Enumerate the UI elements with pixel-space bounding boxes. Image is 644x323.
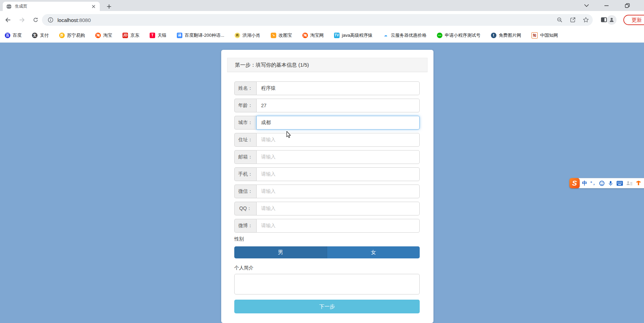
bookmark-item-honghu[interactable]: 肖 洪湖小肖 [235,32,260,38]
share-button[interactable] [570,17,576,23]
phone-input[interactable]: 请输入 [256,167,420,181]
address-placeholder: 请输入 [261,137,276,143]
reload-button[interactable] [32,16,40,24]
bookmark-item-baidu[interactable]: 百 百度 [5,32,22,38]
form-field-row: 年龄： 27 [234,99,420,112]
bookmark-item-gaitubao[interactable]: ↘ 改图宝 [271,32,292,38]
name-label: 姓名： [234,81,256,95]
age-label: 年龄： [234,99,256,112]
bookmark-item-fanyi[interactable]: 译 百度翻译-200种语... [177,32,224,38]
form-fields: 姓名： 程序猿 年龄： 27 城市： 成都 住址： 请输入 邮箱： 请输入 手机… [221,72,433,233]
form-field-row: 城市： 成都 [234,116,420,130]
email-input[interactable]: 请输入 [256,150,420,164]
bookmark-item-taobaowang[interactable]: 淘 淘宝网 [302,32,324,38]
ime-mic-icon[interactable] [608,180,613,186]
window-restore-button[interactable] [619,0,635,11]
wechat-favicon-icon: ⋯ [437,33,442,38]
browser-tab[interactable]: 生成页 [3,2,100,11]
ime-emoji-icon[interactable] [599,180,605,186]
url-text: localhost:8080 [57,17,91,23]
bookmark-item-zhifu[interactable]: 支 支付 [32,32,49,38]
intro-label: 个人简介 [234,265,420,271]
ime-userdict-icon[interactable] [626,180,633,186]
weibo-input[interactable]: 请输入 [256,219,420,233]
bookmark-item-cnki[interactable]: 知 中国知网 [532,32,558,38]
taobao-favicon-icon: 淘 [302,33,308,38]
bookmark-star-button[interactable] [583,17,589,23]
page-viewport: 第一步：填写你的基本信息 (1/5) 姓名： 程序猿 年龄： 27 城市： 成都… [0,43,644,323]
new-tab-button[interactable] [105,3,113,10]
age-input[interactable]: 27 [256,99,420,112]
ime-bar: 中 °， [579,178,644,188]
bookmark-item-tmall[interactable]: T 天猫 [150,32,167,38]
name-input[interactable]: 程序猿 [256,81,420,95]
bookmark-item-suning[interactable]: 苏 苏宁易购 [59,32,85,38]
gender-male-button[interactable]: 男 [234,246,327,258]
wechat-label: 微信： [234,185,256,198]
forward-arrow-icon [19,17,25,23]
form-field-row: 微博： 请输入 [234,219,420,233]
translate-favicon-icon: 译 [177,33,182,38]
gender-female-button[interactable]: 女 [327,246,420,258]
bookmark-item-taobao[interactable]: 淘 淘宝 [95,32,112,38]
email-label: 邮箱： [234,150,256,164]
ime-punctuation-toggle[interactable]: °， [590,180,596,186]
back-button[interactable] [3,16,12,24]
ime-skin-icon[interactable] [636,180,641,186]
honghu-favicon-icon: 肖 [235,33,240,38]
email-placeholder: 请输入 [261,154,276,160]
city-input[interactable]: 成都 [256,116,420,130]
bookmark-item-cloud[interactable]: ☁ 云服务器优惠价格 [383,32,427,38]
bookmark-item-java[interactable]: TV java高级程序猿 [334,32,373,38]
address-input[interactable]: 请输入 [256,133,420,147]
gender-button-group: 男 女 [234,246,420,258]
form-field-row: QQ： 请输入 [234,202,420,215]
forward-button[interactable] [18,16,26,24]
qq-input[interactable]: 请输入 [256,202,420,215]
restore-icon [625,3,630,8]
tmall-favicon-icon: T [150,33,155,38]
form-field-row: 住址： 请输入 [234,133,420,147]
cloud-favicon-icon: ☁ [383,33,388,38]
form-step-title: 第一步：填写你的基本信息 (1/5) [227,58,428,72]
window-minimize-button[interactable] [599,0,614,11]
form-field-row: 微信： 请输入 [234,185,420,198]
wechat-input[interactable]: 请输入 [256,185,420,198]
address-bar[interactable]: localhost:8080 [42,14,593,26]
taobao-favicon-icon: 淘 [95,33,101,38]
tab-close-icon[interactable] [91,4,96,9]
profile-avatar[interactable] [607,15,616,25]
mouse-cursor [286,131,292,138]
side-panel-button[interactable] [601,17,607,23]
weibo-label: 微博： [234,219,256,233]
next-step-button[interactable]: 下一步 [234,300,420,313]
sogou-logo-icon[interactable]: S [569,178,580,188]
phone-placeholder: 请输入 [261,171,276,177]
sogou-ime-toolbar: S 中 °， [569,178,644,188]
qq-placeholder: 请输入 [261,205,276,212]
name-value: 程序猿 [261,85,276,91]
address-label: 住址： [234,133,256,147]
plus-icon [107,4,111,9]
ime-chinese-mode-toggle[interactable]: 中 [582,180,587,187]
bookmark-item-jd[interactable]: JD 京东 [122,32,139,38]
window-menu-chevron[interactable] [579,0,594,11]
globe-favicon-icon [6,4,12,9]
bookmark-item-miniprogram[interactable]: ⋯ 申请小程序测试号 [437,32,481,38]
gender-label: 性别 [234,236,420,242]
site-info-icon[interactable] [47,17,54,23]
bookmark-item-freeimg[interactable]: t 免费图片网 [491,32,521,38]
freeimg-favicon-icon: t [491,33,496,38]
star-icon [583,17,589,23]
person-icon [609,17,615,23]
ime-keyboard-icon[interactable] [616,181,623,186]
update-button[interactable]: 更新 [623,15,644,25]
intro-textarea[interactable] [234,274,420,294]
gaitubao-favicon-icon: ↘ [271,33,276,38]
zoom-out-button[interactable] [557,17,563,23]
tab-strip: 生成页 [0,0,644,11]
age-value: 27 [261,103,267,108]
qq-label: QQ： [234,202,256,215]
back-arrow-icon [4,17,11,23]
phone-label: 手机： [234,167,256,181]
